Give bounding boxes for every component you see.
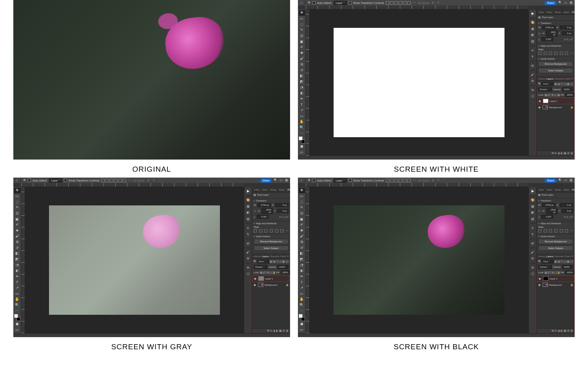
color-swatches[interactable] bbox=[299, 314, 305, 321]
move-tool[interactable]: ✥ bbox=[299, 10, 305, 16]
color-swatches[interactable] bbox=[14, 314, 20, 321]
fill-field[interactable]: 100% bbox=[565, 270, 575, 274]
swatches-panel-icon[interactable]: ▦ bbox=[245, 204, 251, 209]
blur-tool[interactable]: ◔ bbox=[299, 85, 305, 90]
align-center-v-icon[interactable] bbox=[403, 1, 407, 5]
angle-field[interactable]: 0.00° bbox=[257, 215, 269, 219]
ruler-vertical[interactable] bbox=[21, 187, 25, 333]
tab-paths[interactable]: Paths bbox=[565, 255, 571, 258]
align-right-icon[interactable] bbox=[394, 1, 398, 5]
arrange-icon[interactable]: ▦ bbox=[569, 178, 573, 182]
section-align[interactable]: Align and Distribute bbox=[538, 222, 573, 225]
flip-v-icon[interactable]: △▽ bbox=[569, 38, 573, 40]
align-top-icon[interactable] bbox=[114, 179, 118, 182]
screen-mode[interactable]: ▭ bbox=[299, 149, 305, 155]
clone-source-panel-icon[interactable]: ⧉ bbox=[530, 87, 535, 93]
tab-properties[interactable]: Properties bbox=[571, 11, 575, 14]
eyedropper-tool[interactable]: ✐ bbox=[299, 45, 305, 50]
tab-channels[interactable]: Channels bbox=[554, 255, 564, 258]
lock-nest-icon[interactable]: ▭ bbox=[554, 271, 557, 274]
fx-icon[interactable]: fx bbox=[555, 152, 557, 154]
layer-name[interactable]: Background bbox=[549, 284, 562, 286]
search-icon[interactable]: 🔍 bbox=[274, 178, 278, 182]
lock-pos-icon[interactable]: ✥ bbox=[266, 271, 269, 274]
crop-tool[interactable]: ⊡ bbox=[299, 211, 305, 216]
brush-settings-panel-icon[interactable]: ⚙ bbox=[530, 256, 535, 261]
home-icon[interactable]: ⌂ bbox=[15, 178, 19, 182]
flip-h-icon[interactable]: ▷◁ bbox=[564, 216, 568, 218]
link-wh-icon[interactable]: ⇅ bbox=[254, 208, 257, 214]
align-top-icon[interactable] bbox=[399, 1, 402, 5]
home-icon[interactable]: ⌂ bbox=[299, 178, 303, 182]
height-field[interactable]: 1824 px bbox=[546, 208, 557, 214]
lock-icon[interactable]: 🔒 bbox=[570, 106, 573, 109]
align-bottom-btn[interactable] bbox=[565, 52, 568, 55]
tab-paths[interactable]: Paths bbox=[565, 78, 571, 80]
edit-toolbar[interactable]: ⋯ bbox=[14, 308, 20, 314]
tab-channels[interactable]: Channels bbox=[270, 255, 279, 258]
shape-tool[interactable]: ▭ bbox=[299, 291, 305, 297]
patterns-panel-icon[interactable]: ▨ bbox=[245, 216, 251, 222]
blend-mode-dropdown[interactable]: Screen ˅ bbox=[254, 265, 267, 269]
tab-layers[interactable]: Layers bbox=[546, 78, 554, 80]
swatches-panel-icon[interactable]: ▦ bbox=[530, 26, 535, 32]
info-panel-icon[interactable]: ⓘ bbox=[530, 271, 535, 277]
type-tool[interactable]: T bbox=[299, 102, 305, 107]
visibility-toggle[interactable]: ◉ bbox=[254, 277, 257, 280]
type-tool[interactable]: T bbox=[299, 279, 305, 285]
layer-name[interactable]: Layer 1 bbox=[265, 278, 273, 280]
actions-play-icon[interactable]: ▶ bbox=[530, 11, 535, 16]
align-center-v-icon[interactable] bbox=[118, 179, 122, 182]
auto-select-checkbox[interactable] bbox=[312, 179, 316, 182]
section-transform[interactable]: Transform bbox=[538, 22, 573, 24]
align-left-icon[interactable] bbox=[386, 179, 389, 182]
align-right-btn[interactable] bbox=[549, 52, 552, 55]
link-layers-icon[interactable]: ⇆ bbox=[552, 152, 554, 154]
quick-mask[interactable]: ◼ bbox=[299, 144, 305, 149]
tab-adjustments[interactable]: Adjus bbox=[278, 188, 285, 191]
glyphs-panel-icon[interactable]: @ bbox=[245, 241, 251, 246]
ruler-horizontal[interactable] bbox=[306, 183, 528, 187]
show-transform-checkbox[interactable] bbox=[348, 1, 352, 4]
tab-histogram[interactable]: Histo bbox=[546, 11, 553, 14]
gradients-panel-icon[interactable]: ◩ bbox=[245, 210, 251, 216]
layer-row-1[interactable]: ◉ Layer 1 bbox=[252, 275, 290, 282]
tab-histogram[interactable]: Histo bbox=[261, 188, 268, 191]
frame-tool[interactable]: ▣ bbox=[14, 216, 20, 222]
pen-tool[interactable]: ✒ bbox=[14, 274, 20, 279]
canvas-area[interactable] bbox=[310, 9, 528, 156]
marquee-tool[interactable]: ▭ bbox=[299, 194, 305, 199]
flip-h-icon[interactable]: ▷◁ bbox=[564, 38, 568, 40]
crop-tool[interactable]: ⊡ bbox=[299, 33, 305, 39]
healing-tool[interactable]: ✚ bbox=[299, 228, 305, 233]
edit-toolbar[interactable]: ⋯ bbox=[299, 131, 305, 136]
color-swatches[interactable] bbox=[299, 136, 305, 143]
height-field[interactable]: 1824 px bbox=[261, 208, 273, 214]
y-field[interactable]: 0 px bbox=[277, 209, 289, 213]
lock-trans-icon[interactable]: ▦ bbox=[260, 271, 263, 274]
tab-layers[interactable]: Layers bbox=[546, 255, 554, 258]
align-hcenter-btn[interactable] bbox=[544, 229, 547, 232]
layers-menu-icon[interactable]: ≡ bbox=[572, 255, 573, 258]
section-quick-actions[interactable]: Quick Actions bbox=[538, 58, 573, 60]
mask-icon[interactable]: ◑ bbox=[557, 329, 560, 332]
move-tool[interactable]: ✥ bbox=[14, 188, 20, 193]
fill-field[interactable]: 100% bbox=[281, 270, 290, 274]
workspace-icon[interactable]: ▭ bbox=[564, 178, 568, 182]
lasso-tool[interactable]: ◌ bbox=[299, 199, 305, 205]
remove-background-button[interactable]: Remove Background bbox=[538, 239, 573, 244]
clone-tool[interactable]: ⧉ bbox=[299, 62, 305, 67]
glyphs-panel-icon[interactable]: @ bbox=[530, 63, 535, 69]
lock-all-icon[interactable]: 🔒 bbox=[557, 94, 560, 96]
tab-paths[interactable]: Paths bbox=[280, 255, 286, 258]
dodge-tool[interactable]: ◐ bbox=[299, 91, 305, 96]
canvas-area[interactable] bbox=[25, 187, 244, 333]
eraser-tool[interactable]: ◧ bbox=[299, 73, 305, 79]
shape-tool[interactable]: ▭ bbox=[299, 114, 305, 119]
filter-smart-icon[interactable]: ▣ bbox=[282, 260, 285, 263]
layers-menu-icon[interactable]: ≡ bbox=[287, 255, 289, 258]
paragraph-panel-icon[interactable]: ¶ bbox=[530, 54, 535, 60]
eraser-tool[interactable]: ◧ bbox=[14, 251, 20, 256]
section-align[interactable]: Align and Distribute bbox=[538, 45, 573, 47]
paragraph-panel-icon[interactable]: ¶ bbox=[530, 232, 535, 237]
